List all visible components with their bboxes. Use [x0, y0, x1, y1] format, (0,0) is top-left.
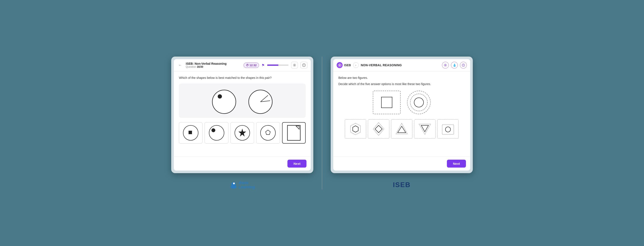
- progress-fill: [267, 65, 278, 66]
- example-shapes: [179, 84, 306, 118]
- header-left: ← ISEB: Non-Verbal Reasoning Question 16…: [174, 59, 311, 71]
- timer-badge: ⏱ 12:32: [244, 63, 259, 68]
- learning-label: Learning: [239, 185, 255, 189]
- right-option-4[interactable]: [414, 119, 436, 139]
- option-1[interactable]: [179, 122, 202, 144]
- next-button[interactable]: Next: [288, 160, 306, 168]
- content-area-right: Below are two figures. Decide which of t…: [333, 71, 470, 156]
- flag-icon[interactable]: ⚑: [262, 63, 264, 67]
- svg-point-23: [339, 65, 340, 66]
- iseb-logo-icon: [337, 62, 343, 68]
- right-option-1[interactable]: [345, 119, 366, 139]
- option-4[interactable]: [256, 122, 280, 144]
- clock-icon: ⏱: [246, 64, 249, 67]
- iseb-brand-label: ISEB: [393, 181, 411, 189]
- svg-point-20: [230, 185, 236, 189]
- header-right: ISEB ‹ NON-VERBAL REASONING 💧: [333, 59, 470, 71]
- reference-figures: [338, 91, 465, 114]
- back-chevron[interactable]: ‹: [353, 62, 359, 68]
- svg-point-3: [304, 65, 304, 65]
- atom-branding: Atom Learning: [230, 177, 255, 189]
- svg-point-11: [209, 125, 224, 140]
- footer-left: Next: [174, 156, 311, 171]
- right-window-title: NON-VERBAL REASONING: [361, 63, 440, 67]
- timer-value: 12:32: [250, 64, 256, 67]
- iseb-logo-text: ISEB: [344, 63, 351, 67]
- drop-button-right[interactable]: 💧: [451, 62, 458, 69]
- question-counter: Question 16/30: [186, 65, 241, 68]
- iseb-logo: ISEB: [337, 62, 351, 68]
- figure-1: [373, 91, 401, 114]
- example-shape-1: [211, 88, 237, 114]
- info-button-right[interactable]: [460, 62, 467, 69]
- atom-logo-icon: [230, 181, 237, 189]
- next-button-right[interactable]: Next: [447, 160, 466, 168]
- content-area: Which of the shapes below is best matche…: [174, 71, 311, 156]
- instruction-2: Decide which of the five answer options …: [338, 82, 465, 86]
- option-5[interactable]: [282, 122, 306, 144]
- question-text: Which of the shapes below is best matche…: [179, 76, 306, 80]
- info-button[interactable]: [300, 62, 307, 69]
- window-title: ISEB: Non-Verbal Reasoning: [186, 62, 241, 65]
- svg-point-5: [218, 94, 222, 99]
- iseb-branding: ISEB: [393, 177, 411, 189]
- back-button[interactable]: ←: [177, 62, 183, 68]
- answer-options-right: [338, 119, 465, 139]
- right-option-3[interactable]: [391, 119, 412, 139]
- answer-options: [179, 122, 306, 144]
- svg-point-12: [212, 128, 215, 132]
- settings-button-right[interactable]: [442, 62, 449, 69]
- svg-rect-10: [188, 131, 192, 134]
- svg-rect-39: [442, 125, 454, 134]
- progress-bar: [267, 65, 288, 66]
- atom-label: Atom: [239, 181, 255, 185]
- footer-right: Next: [333, 156, 470, 171]
- svg-point-27: [463, 65, 464, 65]
- svg-point-0: [294, 65, 295, 66]
- option-3[interactable]: [230, 122, 254, 144]
- right-option-2[interactable]: [368, 119, 389, 139]
- question-num: 16/30: [197, 65, 203, 68]
- title-block: ISEB: Non-Verbal Reasoning Question 16/3…: [186, 62, 241, 68]
- right-option-5[interactable]: [437, 119, 459, 139]
- svg-point-29: [410, 94, 428, 111]
- settings-button[interactable]: [291, 62, 298, 69]
- svg-marker-37: [419, 124, 430, 134]
- option-2[interactable]: [204, 122, 228, 144]
- figure-2: [407, 91, 430, 114]
- svg-rect-17: [288, 125, 300, 140]
- instruction-1: Below are two figures.: [338, 76, 465, 80]
- svg-point-21: [233, 183, 235, 184]
- svg-point-15: [260, 125, 276, 140]
- svg-marker-31: [350, 123, 360, 135]
- svg-point-24: [445, 65, 446, 66]
- example-shape-2: [248, 88, 273, 114]
- svg-rect-28: [382, 97, 392, 108]
- svg-point-4: [212, 90, 236, 114]
